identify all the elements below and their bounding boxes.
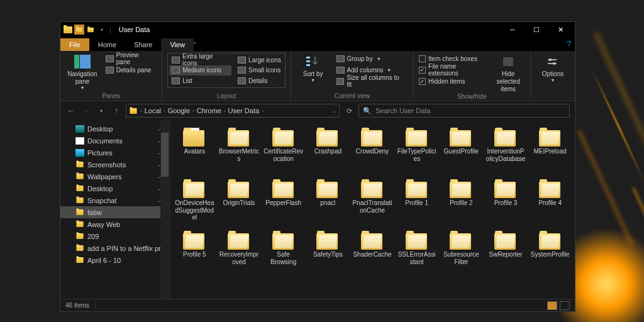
sidebar-item[interactable]: Desktop📌: [60, 123, 169, 135]
folder-item[interactable]: Profile 5: [172, 228, 217, 280]
folder-icon: [494, 231, 517, 250]
sidebar-item[interactable]: Desktop📌: [60, 182, 169, 194]
item-label: Profile 5: [183, 251, 206, 258]
breadcrumb-dropdown-icon[interactable]: ⌄: [332, 108, 336, 114]
sidebar-item[interactable]: add a PIN to a Netflix profi: [60, 242, 169, 254]
qat-dropdown-icon[interactable]: ▾: [97, 25, 107, 35]
folder-icon: [361, 128, 384, 147]
minimize-button[interactable]: ─: [501, 22, 525, 37]
chevron-right-icon[interactable]: ›: [164, 108, 165, 114]
tab-file[interactable]: File: [60, 38, 89, 51]
folder-item[interactable]: RecoveryImproved: [217, 228, 262, 280]
recent-dropdown[interactable]: ▾: [96, 108, 107, 114]
folder-item[interactable]: FileTypePolicies: [394, 125, 439, 177]
hide-selected-button[interactable]: Hide selected items: [491, 53, 525, 93]
title-bar[interactable]: ▾ | User Data ─ ☐ ✕: [60, 22, 575, 37]
file-extensions-toggle[interactable]: ✓File name extensions: [419, 64, 487, 75]
back-button[interactable]: ←: [65, 106, 77, 115]
folder-item[interactable]: BrowserMetrics: [217, 125, 262, 177]
maximize-button[interactable]: ☐: [525, 22, 548, 37]
sidebar-item[interactable]: Pictures📌: [60, 147, 169, 158]
folder-item[interactable]: SystemProfile: [528, 228, 572, 280]
sidebar-item[interactable]: Screenshots📌: [60, 158, 169, 170]
folder-item[interactable]: PnaclTranslationCache: [350, 177, 395, 228]
tab-home[interactable]: Home: [89, 38, 125, 51]
sidebar-item[interactable]: April 6 - 10: [60, 254, 169, 266]
folder-item[interactable]: Profile 3: [484, 177, 528, 228]
folder-item[interactable]: Safe Browsing: [261, 228, 306, 280]
collapse-ribbon-icon[interactable]: ^: [194, 41, 196, 47]
up-button[interactable]: ↑: [111, 106, 122, 115]
sidebar-scrollbar[interactable]: [160, 120, 169, 299]
sidebar-item[interactable]: Documents📌: [60, 135, 169, 147]
breadcrumb-segment[interactable]: Local: [145, 107, 161, 114]
folder-item[interactable]: SSLErrorAssistant: [394, 228, 439, 280]
layout-details[interactable]: Details: [235, 75, 284, 86]
sidebar-item[interactable]: 209: [60, 230, 169, 242]
folder-item[interactable]: SafetyTips: [306, 228, 350, 280]
sidebar-item[interactable]: fatiw: [60, 206, 169, 218]
folder-item[interactable]: pnacl: [306, 177, 350, 228]
tab-share[interactable]: Share: [125, 38, 161, 51]
help-icon[interactable]: ?: [567, 40, 571, 48]
close-button[interactable]: ✕: [548, 22, 572, 37]
navigation-pane-icon: [74, 54, 91, 69]
preview-pane-button[interactable]: Preview pane: [103, 53, 157, 64]
folder-item[interactable]: OnDeviceHeadSuggestModel: [172, 177, 217, 228]
folder-item[interactable]: Subresource Filter: [439, 228, 484, 280]
item-label: pnacl: [320, 199, 335, 207]
layout-list[interactable]: List: [169, 75, 231, 86]
hide-selected-icon: [499, 54, 517, 69]
chevron-right-icon[interactable]: ›: [140, 108, 142, 114]
layout-extra-large[interactable]: Extra large icons: [169, 55, 231, 65]
breadcrumb-segment[interactable]: Chrome: [197, 107, 221, 114]
folder-item[interactable]: ShaderCache: [350, 228, 395, 280]
folder-item[interactable]: Profile 2: [439, 177, 484, 228]
size-columns-icon: [336, 78, 345, 85]
sidebar-item[interactable]: Wallpapers📌: [60, 170, 169, 182]
options-icon: [544, 54, 562, 69]
size-columns-button[interactable]: Size all columns to fit: [334, 75, 409, 87]
forward-button[interactable]: →: [80, 106, 92, 115]
folder-item[interactable]: GuestProfile: [439, 125, 484, 177]
navigation-pane-button[interactable]: Navigation pane▼: [65, 53, 99, 91]
folder-item[interactable]: PepperFlash: [261, 177, 306, 228]
layout-large[interactable]: Large icons: [235, 55, 284, 65]
item-label: Safe Browsing: [264, 251, 304, 265]
folder-item[interactable]: InterventionPolicyDatabase: [484, 125, 528, 177]
folder-item[interactable]: CrowdDeny: [350, 125, 395, 177]
details-view-toggle[interactable]: [547, 301, 557, 310]
chevron-right-icon[interactable]: ›: [192, 108, 194, 114]
folder-item[interactable]: Avatars: [172, 125, 217, 177]
hidden-items-toggle[interactable]: ✓Hidden items: [419, 75, 487, 87]
search-box[interactable]: 🔍 Search User Data: [358, 104, 570, 118]
qat-properties-icon[interactable]: [74, 25, 84, 35]
sidebar-item[interactable]: Snapchat📌: [60, 194, 169, 206]
breadcrumb-segment[interactable]: Google: [168, 107, 190, 114]
layout-medium[interactable]: Medium icons: [169, 65, 231, 75]
breadcrumb[interactable]: › Local › Google › Chrome › User Data › …: [126, 104, 340, 118]
folder-item[interactable]: CertificateRevocation: [261, 125, 306, 177]
icons-view-toggle[interactable]: [560, 301, 570, 310]
folder-icon: [450, 128, 472, 147]
qat-new-folder-icon[interactable]: [86, 25, 96, 35]
folder-item[interactable]: Profile 4: [528, 177, 572, 228]
folder-item[interactable]: OriginTrials: [217, 177, 262, 228]
folder-item[interactable]: Crashpad: [306, 125, 350, 177]
sort-by-button[interactable]: Sort by▼: [296, 53, 330, 83]
sidebar-item[interactable]: Away Web: [60, 218, 169, 230]
folder-item[interactable]: Profile 1: [394, 177, 439, 228]
details-pane-button[interactable]: Details pane: [103, 64, 157, 75]
layout-small[interactable]: Small icons: [235, 65, 284, 75]
group-by-button[interactable]: Group by▼: [334, 53, 409, 64]
refresh-button[interactable]: ⟳: [343, 107, 355, 115]
breadcrumb-segment[interactable]: User Data: [228, 107, 260, 114]
tab-view[interactable]: View: [161, 38, 194, 51]
content-area[interactable]: AvatarsBrowserMetricsCertificateRevocati…: [170, 120, 575, 299]
scrollbar-thumb[interactable]: [161, 133, 169, 177]
folder-item[interactable]: MEIPreload: [528, 125, 572, 177]
chevron-right-icon[interactable]: ›: [224, 108, 226, 114]
options-button[interactable]: Options▼: [536, 53, 570, 83]
chevron-right-icon[interactable]: ›: [262, 108, 264, 114]
folder-item[interactable]: SwReporter: [484, 228, 528, 280]
